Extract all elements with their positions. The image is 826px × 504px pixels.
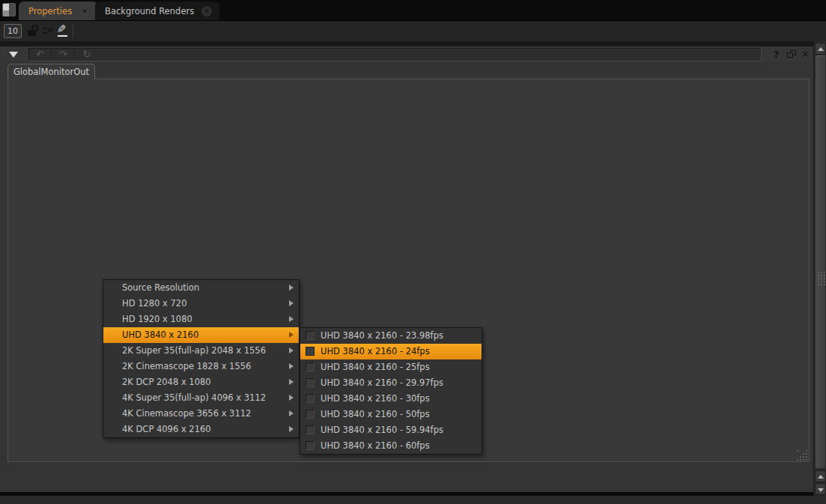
- menu-item-label: HD 1280 x 720: [122, 298, 187, 309]
- arrow-up-icon: [818, 47, 824, 51]
- menu-item-label: HD 1920 x 1080: [122, 314, 192, 324]
- submenu-arrow-icon: [289, 379, 294, 385]
- checkbox-icon: [306, 331, 315, 340]
- menu-item-label: 2K Cinemascope 1828 x 1556: [122, 361, 251, 371]
- submenu-item-label: UHD 3840 x 2160 - 23.98fps: [321, 330, 443, 341]
- submenu-item-label: UHD 3840 x 2160 - 60fps: [321, 440, 430, 451]
- submenu-item-label: UHD 3840 x 2160 - 30fps: [321, 393, 430, 404]
- submenu-item-25fps[interactable]: UHD 3840 x 2160 - 25fps: [300, 359, 482, 375]
- submenu-item-label: UHD 3840 x 2160 - 50fps: [321, 409, 430, 419]
- nuke-properties-window: Properties ✕ Background Renders ✕ 10 ✕ ✎: [0, 0, 826, 504]
- menu-item-4k-dcp[interactable]: 4K DCP 4096 x 2160: [103, 422, 299, 437]
- tab-close-icon[interactable]: ✕: [201, 6, 212, 16]
- clear-x: ✕: [46, 25, 54, 35]
- float-panel-icon[interactable]: [787, 50, 797, 59]
- scrollbar-grip-dots: [818, 272, 819, 273]
- menu-item-label: 4K Super 35(full-ap) 4096 x 3112: [122, 392, 266, 403]
- menu-item-2k-super35[interactable]: 2K Super 35(full-ap) 2048 x 1556: [103, 343, 299, 359]
- menu-item-uhd-3840x2160[interactable]: UHD 3840 x 2160: [103, 327, 299, 343]
- menu-item-label: Source Resolution: [122, 282, 199, 293]
- pencil-underline: [58, 35, 67, 37]
- submenu-item-label: UHD 3840 x 2160 - 59.94fps: [321, 425, 443, 435]
- submenu-item-label: UHD 3840 x 2160 - 29.97fps: [321, 377, 443, 388]
- edit-pencil-icon[interactable]: ✎: [57, 22, 70, 37]
- max-panels-input[interactable]: 10: [4, 24, 22, 38]
- submenu-arrow-icon: [289, 332, 294, 338]
- menu-item-label: 2K Super 35(full-ap) 2048 x 1556: [122, 345, 266, 356]
- submenu-arrow-icon: [289, 426, 294, 432]
- submenu-arrow-icon: [289, 395, 294, 401]
- submenu-arrow-icon: [289, 285, 294, 291]
- submenu-item-29-97fps[interactable]: UHD 3840 x 2160 - 29.97fps: [300, 375, 482, 391]
- submenu-arrow-icon: [289, 410, 294, 416]
- help-icon[interactable]: ?: [774, 49, 780, 60]
- lock-panels-icon[interactable]: [27, 25, 39, 37]
- arrow-down-icon: [818, 488, 824, 492]
- tab-properties[interactable]: Properties ✕: [19, 1, 97, 20]
- menu-item-hd-1920x1080[interactable]: HD 1920 x 1080: [103, 312, 299, 327]
- checkbox-icon: [306, 378, 315, 387]
- menu-item-2k-dcp[interactable]: 2K DCP 2048 x 1080: [103, 374, 299, 390]
- node-tab-globalmonitorout[interactable]: GlobalMonitorOut: [7, 64, 95, 79]
- menu-item-hd-1280x720[interactable]: HD 1280 x 720: [103, 296, 299, 312]
- fps-submenu: UHD 3840 x 2160 - 23.98fps UHD 3840 x 21…: [300, 327, 482, 455]
- pane-layout-icon[interactable]: [2, 3, 16, 16]
- checkbox-icon: [306, 441, 315, 450]
- scroll-up-button-bottom[interactable]: [815, 470, 826, 482]
- undo-icon[interactable]: ↶: [29, 49, 52, 61]
- menu-item-label: 2K DCP 2048 x 1080: [122, 377, 211, 387]
- submenu-item-60fps[interactable]: UHD 3840 x 2160 - 60fps: [300, 438, 482, 454]
- scroll-up-button[interactable]: [815, 43, 826, 55]
- header-recessed-strip: ↶ ↷ ↻: [28, 48, 762, 61]
- checkbox-icon: [306, 410, 315, 419]
- submenu-item-label: UHD 3840 x 2160 - 24fps: [321, 346, 430, 356]
- submenu-arrow-icon: [289, 300, 294, 306]
- menu-item-label: 4K DCP 4096 x 2160: [122, 424, 211, 434]
- close-all-panels-icon[interactable]: ✕: [43, 26, 55, 36]
- checkbox-icon: [306, 394, 315, 403]
- close-panel-icon[interactable]: ✕: [801, 49, 810, 60]
- scroll-down-button[interactable]: [815, 483, 826, 495]
- menu-item-2k-cinemascope[interactable]: 2K Cinemascope 1828 x 1556: [103, 359, 299, 374]
- checkbox-icon: [306, 362, 315, 371]
- menu-item-source-resolution[interactable]: Source Resolution: [103, 280, 299, 296]
- lock-body: [28, 30, 36, 36]
- revert-icon[interactable]: ↻: [76, 49, 98, 61]
- tab-background-renders-label: Background Renders: [105, 6, 194, 16]
- submenu-item-30fps[interactable]: UHD 3840 x 2160 - 30fps: [300, 391, 482, 407]
- submenu-item-50fps[interactable]: UHD 3840 x 2160 - 50fps: [300, 407, 482, 422]
- tab-properties-label: Properties: [28, 6, 72, 16]
- float-square: [787, 52, 793, 58]
- submenu-item-24fps[interactable]: UHD 3840 x 2160 - 24fps: [300, 344, 482, 359]
- submenu-arrow-icon: [289, 316, 294, 322]
- submenu-item-59-94fps[interactable]: UHD 3840 x 2160 - 59.94fps: [300, 422, 482, 438]
- menu-item-4k-cinemascope[interactable]: 4K Cinemascope 3656 x 3112: [103, 406, 299, 422]
- submenu-arrow-icon: [289, 363, 294, 369]
- vertical-scrollbar[interactable]: [813, 41, 826, 497]
- menu-item-4k-super35[interactable]: 4K Super 35(full-ap) 4096 x 3112: [103, 390, 299, 406]
- checkbox-icon: [306, 347, 315, 356]
- redo-icon[interactable]: ↷: [52, 49, 75, 61]
- toolbar-separator: [73, 24, 73, 38]
- display-mode-menu: Source Resolution HD 1280 x 720 HD 1920 …: [103, 279, 300, 438]
- submenu-arrow-icon: [289, 347, 294, 353]
- panel-tab-bar: Properties ✕ Background Renders ✕: [0, 0, 826, 20]
- properties-toolbar: 10 ✕ ✎: [0, 20, 826, 41]
- pane-top-strip: [0, 41, 826, 46]
- collapse-panel-icon[interactable]: [9, 52, 18, 58]
- arrow-up-icon: [818, 475, 824, 479]
- submenu-item-23-98fps[interactable]: UHD 3840 x 2160 - 23.98fps: [300, 328, 482, 344]
- tab-close-icon[interactable]: ✕: [79, 6, 90, 16]
- pencil-glyph: ✎: [57, 22, 67, 36]
- resize-grip[interactable]: [797, 450, 798, 452]
- submenu-item-label: UHD 3840 x 2160 - 25fps: [321, 362, 430, 372]
- scrollbar-thumb[interactable]: [815, 55, 826, 469]
- bottom-pane-divider: [0, 492, 826, 496]
- tab-background-renders[interactable]: Background Renders ✕: [95, 1, 219, 20]
- menu-item-label: UHD 3840 x 2160: [122, 330, 198, 340]
- node-panel-header: ↶ ↷ ↻ ? ✕: [1, 46, 812, 62]
- menu-item-label: 4K Cinemascope 3656 x 3112: [122, 408, 251, 419]
- checkbox-icon: [306, 425, 315, 434]
